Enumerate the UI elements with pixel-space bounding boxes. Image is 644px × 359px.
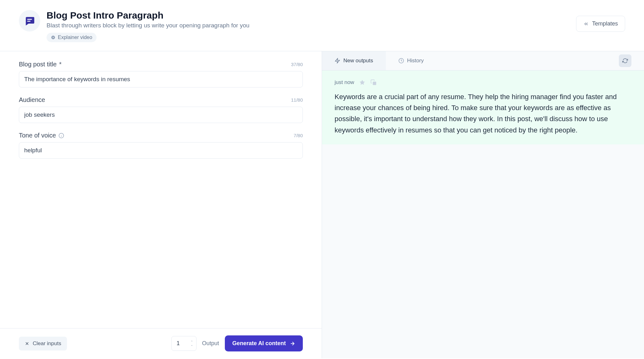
page-header: Blog Post Intro Paragraph Blast through … (0, 0, 644, 51)
main-container: Blog post title * 37/80 Audience 11/80 T (0, 51, 644, 358)
page-title: Blog Post Intro Paragraph (47, 10, 249, 21)
audience-label: Audience (19, 96, 45, 104)
tab-history[interactable]: History (386, 51, 436, 70)
refresh-button[interactable] (619, 54, 631, 67)
page-subtitle: Blast through writers block by letting u… (47, 22, 249, 29)
output-area: just now Keywords are a crucial part of … (322, 70, 644, 358)
clear-label: Clear inputs (33, 340, 61, 347)
clock-icon (398, 58, 404, 64)
explainer-label: Explainer video (58, 35, 92, 40)
label-row: Audience 11/80 (19, 96, 303, 104)
generate-label: Generate AI content (232, 340, 286, 347)
label-row: Blog post title * 37/80 (19, 61, 303, 68)
svg-rect-12 (373, 82, 376, 85)
refresh-icon (622, 58, 628, 64)
templates-label: Templates (592, 20, 618, 27)
form-group-tone: Tone of voice 7/80 (19, 132, 303, 159)
output-text: Keywords are a crucial part of any resum… (335, 91, 631, 136)
generate-button[interactable]: Generate AI content (225, 335, 303, 351)
close-icon (25, 341, 30, 346)
chat-bubble-icon (24, 15, 35, 26)
output-count-wrapper (171, 336, 197, 351)
quantity-stepper (189, 339, 195, 348)
right-panel: New outputs History (322, 51, 644, 358)
form-group-audience: Audience 11/80 (19, 96, 303, 123)
bottom-right: Output Generate AI content (171, 335, 303, 351)
tab-new-outputs[interactable]: New outputs (322, 51, 386, 70)
output-timestamp: just now (335, 79, 354, 86)
template-icon-circle (19, 10, 40, 31)
star-icon[interactable] (359, 79, 365, 86)
audience-input[interactable] (19, 107, 303, 123)
svg-marker-9 (335, 59, 340, 63)
title-label: Blog post title * (19, 61, 62, 68)
arrow-right-icon (290, 341, 295, 346)
explainer-video-badge[interactable]: Explainer video (47, 33, 97, 42)
output-meta: just now (335, 79, 631, 86)
tab-history-label: History (407, 58, 424, 64)
copy-icon[interactable] (370, 79, 377, 86)
tone-label: Tone of voice (19, 132, 64, 139)
templates-button[interactable]: Templates (576, 16, 625, 32)
label-row: Tone of voice 7/80 (19, 132, 303, 139)
info-icon[interactable] (58, 133, 64, 138)
title-char-count: 37/80 (291, 62, 303, 67)
form-group-title: Blog post title * 37/80 (19, 61, 303, 87)
tab-new-outputs-label: New outputs (343, 58, 373, 64)
svg-marker-11 (360, 80, 365, 85)
lightning-icon (335, 58, 340, 64)
required-marker: * (59, 61, 62, 68)
bottom-bar: Clear inputs Output Genera (0, 328, 322, 358)
audience-char-count: 11/80 (291, 97, 303, 103)
tone-char-count: 7/80 (294, 133, 303, 138)
chevron-left-double-icon (583, 21, 589, 27)
svg-rect-1 (27, 21, 31, 22)
tabs-row: New outputs History (322, 51, 644, 70)
title-input[interactable] (19, 71, 303, 87)
clear-inputs-button[interactable]: Clear inputs (19, 337, 67, 351)
play-icon (51, 35, 55, 40)
left-panel: Blog post title * 37/80 Audience 11/80 T (0, 51, 322, 358)
tone-input[interactable] (19, 142, 303, 159)
tabs: New outputs History (322, 51, 436, 70)
svg-rect-0 (27, 19, 32, 20)
output-card: just now Keywords are a crucial part of … (322, 70, 644, 144)
stepper-down-button[interactable] (189, 344, 195, 348)
chevron-down-icon (190, 344, 194, 347)
header-text: Blog Post Intro Paragraph Blast through … (47, 10, 249, 42)
chevron-up-icon (190, 340, 194, 342)
output-label: Output (202, 340, 219, 347)
form-area: Blog post title * 37/80 Audience 11/80 T (0, 51, 322, 328)
header-left: Blog Post Intro Paragraph Blast through … (19, 10, 249, 42)
stepper-up-button[interactable] (189, 339, 195, 344)
